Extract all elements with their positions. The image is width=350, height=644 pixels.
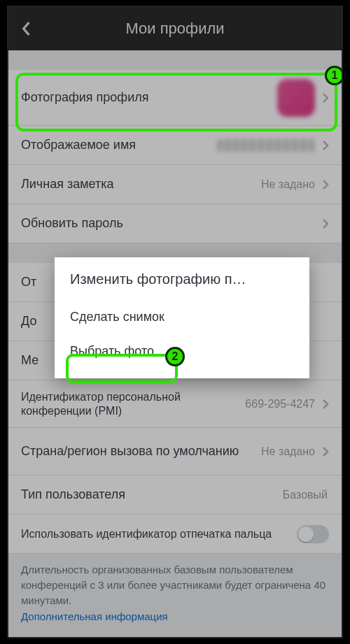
row-user-type: Тип пользователя Базовый: [8, 475, 342, 515]
chevron-right-icon: [319, 178, 332, 191]
chevron-right-icon: [319, 398, 332, 410]
header-bar: Мои профили: [8, 7, 342, 50]
row-value: Не задано: [261, 445, 315, 458]
dialog-title: Изменить фотографию п…: [55, 257, 309, 300]
footer-note: Длительность организованных базовым поль…: [8, 554, 342, 624]
chevron-right-icon: [319, 445, 332, 458]
row-fingerprint[interactable]: Использовать идентификатор отпечатка пал…: [8, 515, 342, 554]
row-label: Обновить пароль: [21, 215, 319, 231]
footer-text: Длительность организованных базовым поль…: [21, 564, 326, 606]
row-label: Личная заметка: [21, 176, 261, 192]
row-value: 669-295-4247: [245, 398, 315, 410]
chevron-right-icon: [319, 92, 332, 104]
row-label: Отображаемое имя: [21, 137, 217, 153]
row-value: Не задано: [261, 178, 315, 191]
chevron-right-icon: [319, 217, 332, 230]
row-label: Фотография профиля: [21, 90, 277, 106]
row-profile-photo[interactable]: Фотография профиля: [8, 70, 342, 126]
dialog-take-photo[interactable]: Сделать снимок: [55, 300, 309, 334]
toggle-switch[interactable]: [297, 525, 329, 543]
change-photo-dialog: Изменить фотографию п… Сделать снимок Вы…: [55, 257, 309, 378]
row-label: Использовать идентификатор отпечатка пал…: [21, 527, 297, 541]
chevron-right-icon: [319, 139, 332, 152]
row-pmi[interactable]: Идентификатор персональной конференции (…: [8, 380, 342, 428]
row-label: Идентификатор персональной конференции (…: [21, 390, 245, 418]
row-display-name[interactable]: Отображаемое имя: [8, 126, 342, 165]
row-call-region[interactable]: Страна/регион вызова по умолчанию Не зад…: [8, 428, 342, 475]
row-personal-note[interactable]: Личная заметка Не задано: [8, 165, 342, 204]
footer-link[interactable]: Дополнительная информация: [21, 609, 329, 624]
avatar: [277, 79, 315, 117]
row-label: Страна/регион вызова по умолчанию: [21, 443, 261, 459]
display-name-value-blurred: [217, 139, 315, 152]
dialog-choose-photo[interactable]: Выбрать фото: [55, 334, 309, 368]
row-update-password[interactable]: Обновить пароль: [8, 204, 342, 243]
row-label: Тип пользователя: [21, 487, 283, 503]
page-title: Мои профили: [8, 20, 342, 38]
row-value: Базовый: [283, 489, 328, 501]
